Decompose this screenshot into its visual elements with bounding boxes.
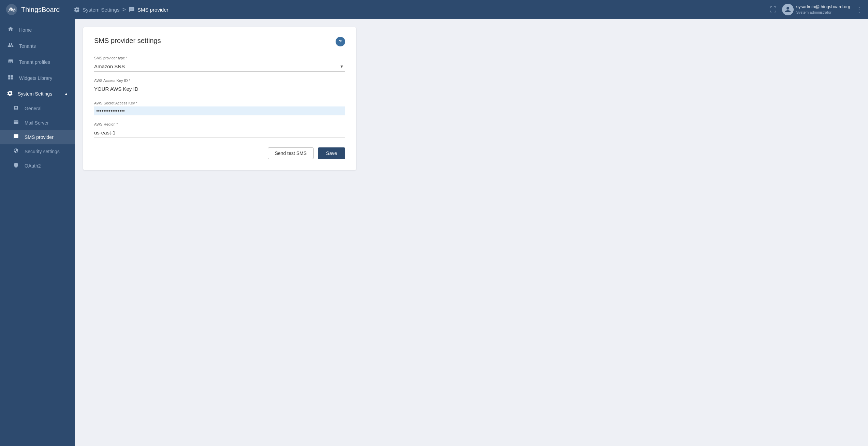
sidebar-item-home[interactable]: Home bbox=[0, 22, 75, 38]
breadcrumb: System Settings > SMS provider bbox=[74, 6, 770, 13]
avatar-icon bbox=[784, 6, 791, 13]
app-name: ThingsBoard bbox=[21, 6, 60, 14]
sms-provider-type-label: SMS provider type * bbox=[94, 56, 345, 60]
aws-secret-access-key-input[interactable] bbox=[94, 106, 345, 115]
topbar: ThingsBoard System Settings > SMS provid… bbox=[0, 0, 868, 19]
sms-provider-card: SMS provider settings ? SMS provider typ… bbox=[83, 27, 356, 170]
card-header: SMS provider settings ? bbox=[94, 37, 345, 46]
fullscreen-button[interactable]: ⛶ bbox=[770, 6, 777, 14]
oauth2-icon bbox=[12, 162, 20, 169]
system-settings-icon bbox=[7, 90, 13, 97]
sms-provider-type-select[interactable]: Amazon SNS bbox=[94, 61, 345, 72]
app-logo: ThingsBoard bbox=[5, 3, 74, 16]
sidebar-item-system-settings[interactable]: System Settings ▲ bbox=[0, 86, 75, 101]
sidebar-item-tenants[interactable]: Tenants bbox=[0, 38, 75, 54]
breadcrumb-separator: > bbox=[122, 6, 126, 13]
sidebar-subitems-system-settings: General Mail Server SMS provider Securit… bbox=[0, 101, 75, 173]
more-options-button[interactable]: ⋮ bbox=[856, 5, 863, 14]
user-info: sysadmin@thingsboard.org System administ… bbox=[796, 4, 850, 15]
aws-region-group: AWS Region * bbox=[94, 122, 345, 138]
aws-region-input[interactable] bbox=[94, 128, 345, 138]
sidebar-item-tenant-profiles[interactable]: Tenant profiles bbox=[0, 54, 75, 70]
security-icon bbox=[12, 148, 20, 155]
mail-icon bbox=[12, 119, 20, 126]
aws-secret-access-key-group: AWS Secret Access Key * bbox=[94, 101, 345, 115]
sidebar-item-widgets-library[interactable]: Widgets Library bbox=[0, 70, 75, 86]
home-icon bbox=[7, 26, 14, 34]
tenants-icon bbox=[7, 42, 14, 50]
send-test-sms-button[interactable]: Send test SMS bbox=[268, 147, 314, 159]
card-title: SMS provider settings bbox=[94, 37, 161, 45]
sidebar-label-mail-server: Mail Server bbox=[25, 120, 49, 126]
sidebar: Home Tenants Tenant profiles Widgets Lib… bbox=[0, 19, 75, 446]
sidebar-subitem-sms-provider[interactable]: SMS provider bbox=[0, 130, 75, 144]
aws-access-key-id-group: AWS Access Key ID * bbox=[94, 78, 345, 94]
sms-breadcrumb-icon bbox=[129, 6, 135, 13]
sidebar-label-tenant-profiles: Tenant profiles bbox=[19, 59, 50, 65]
user-role: System administrator bbox=[796, 10, 850, 15]
user-email: sysadmin@thingsboard.org bbox=[796, 4, 850, 10]
sms-provider-type-group: SMS provider type * Amazon SNS bbox=[94, 56, 345, 72]
sidebar-subitem-security-settings[interactable]: Security settings bbox=[0, 144, 75, 159]
topbar-right: ⛶ sysadmin@thingsboard.org System admini… bbox=[770, 4, 863, 15]
user-menu[interactable]: sysadmin@thingsboard.org System administ… bbox=[782, 4, 850, 15]
help-button[interactable]: ? bbox=[336, 37, 345, 46]
logo-icon bbox=[5, 3, 18, 16]
aws-access-key-id-label: AWS Access Key ID * bbox=[94, 78, 345, 83]
sidebar-subitem-oauth2[interactable]: OAuth2 bbox=[0, 159, 75, 173]
layout: Home Tenants Tenant profiles Widgets Lib… bbox=[0, 19, 868, 446]
save-button[interactable]: Save bbox=[318, 147, 345, 159]
chevron-up-icon: ▲ bbox=[64, 91, 68, 96]
aws-access-key-id-input[interactable] bbox=[94, 84, 345, 94]
sidebar-label-security-settings: Security settings bbox=[25, 149, 60, 154]
sms-provider-type-wrapper: Amazon SNS bbox=[94, 61, 345, 72]
main-content: SMS provider settings ? SMS provider typ… bbox=[75, 19, 868, 446]
breadcrumb-current: SMS provider bbox=[137, 7, 168, 13]
aws-secret-access-key-label: AWS Secret Access Key * bbox=[94, 101, 345, 105]
sidebar-label-system-settings: System Settings bbox=[18, 91, 59, 97]
sidebar-label-tenants: Tenants bbox=[19, 43, 36, 49]
sidebar-label-sms-provider: SMS provider bbox=[25, 134, 54, 140]
sidebar-label-general: General bbox=[25, 106, 42, 111]
sms-icon bbox=[12, 134, 20, 141]
tenant-profiles-icon bbox=[7, 58, 14, 66]
sidebar-subitem-general[interactable]: General bbox=[0, 101, 75, 116]
sidebar-label-home: Home bbox=[19, 27, 32, 33]
sidebar-label-oauth2: OAuth2 bbox=[25, 163, 41, 169]
general-icon bbox=[12, 105, 20, 112]
card-actions: Send test SMS Save bbox=[94, 147, 345, 159]
widgets-icon bbox=[7, 74, 14, 82]
settings-breadcrumb-icon bbox=[74, 6, 80, 13]
sidebar-label-widgets-library: Widgets Library bbox=[19, 75, 52, 81]
sidebar-subitem-mail-server[interactable]: Mail Server bbox=[0, 116, 75, 130]
breadcrumb-system-settings[interactable]: System Settings bbox=[83, 7, 119, 13]
aws-region-label: AWS Region * bbox=[94, 122, 345, 126]
user-avatar bbox=[782, 4, 794, 15]
